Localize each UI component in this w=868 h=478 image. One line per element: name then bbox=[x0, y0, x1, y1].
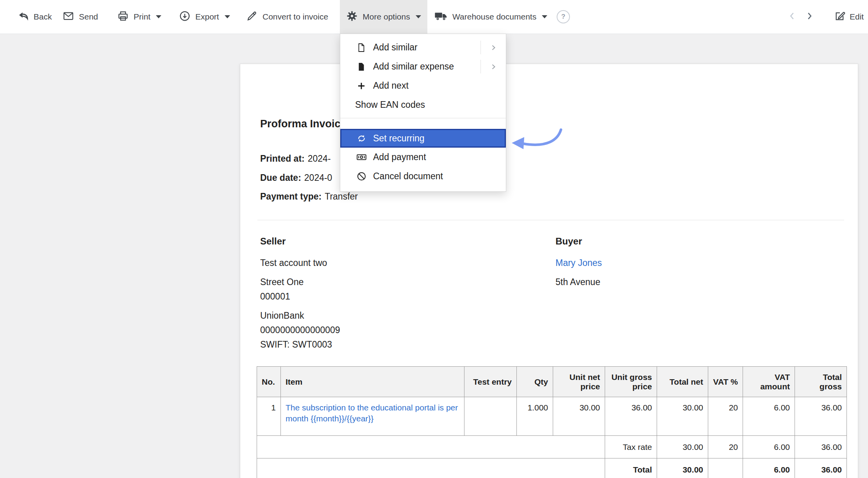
divider bbox=[257, 220, 844, 220]
buyer-street: 5th Avenue bbox=[555, 277, 600, 287]
cell-no: 1 bbox=[257, 397, 281, 436]
more-options-button[interactable]: More options bbox=[340, 0, 427, 34]
printer-icon bbox=[117, 10, 129, 24]
print-button[interactable]: Print bbox=[117, 0, 161, 34]
seller-swift: SWIFT: SWT0003 bbox=[260, 339, 332, 350]
cell-item: The subscription to the educational port… bbox=[281, 397, 464, 436]
edit-button[interactable]: Edit bbox=[834, 0, 864, 34]
submenu-chevron-right-icon bbox=[480, 41, 506, 54]
buyer-link[interactable]: Mary Jones bbox=[555, 258, 602, 268]
convert-to-invoice-button[interactable]: Convert to invoice bbox=[246, 0, 328, 34]
export-button[interactable]: Export bbox=[179, 0, 230, 34]
back-label: Back bbox=[34, 12, 52, 21]
cell-qty: 1.000 bbox=[517, 397, 553, 436]
cell-vat-amount: 6.00 bbox=[743, 397, 795, 436]
cell-total-net: 30.00 bbox=[657, 397, 708, 436]
tax-rate-vat-amount: 6.00 bbox=[743, 436, 795, 458]
help-icon: ? bbox=[557, 10, 570, 23]
seller-account-number: 0000000000000009 bbox=[260, 325, 340, 335]
payment-type-label: Payment type: bbox=[260, 191, 321, 202]
seller-street: Street One bbox=[260, 277, 304, 287]
invoice-document: Proforma Invoice Printed at:2024- Due da… bbox=[240, 64, 858, 478]
menu-item-add-next[interactable]: Add next bbox=[340, 76, 506, 95]
menu-item-set-recurring[interactable]: Set recurring bbox=[340, 129, 506, 148]
tax-rate-total-net: 30.00 bbox=[657, 436, 708, 458]
back-icon bbox=[17, 10, 29, 24]
buyer-heading: Buyer bbox=[555, 236, 582, 247]
col-header-test-entry: Test entry bbox=[464, 367, 517, 397]
download-circle-icon bbox=[179, 10, 191, 24]
printed-at-label: Printed at: bbox=[260, 153, 305, 164]
submenu-chevron-right-icon bbox=[480, 60, 506, 73]
menu-item-label: Set recurring bbox=[373, 133, 425, 144]
prev-page-button[interactable] bbox=[787, 11, 797, 23]
menu-item-cancel-document[interactable]: Cancel document bbox=[340, 167, 506, 186]
item-link[interactable]: The subscription to the educational port… bbox=[286, 403, 458, 423]
warehouse-label: Warehouse documents bbox=[452, 12, 536, 21]
more-options-label: More options bbox=[363, 12, 410, 21]
document-filled-icon bbox=[355, 62, 368, 72]
pen-icon bbox=[246, 10, 258, 24]
cell-total-gross: 36.00 bbox=[795, 397, 847, 436]
printed-at-line: Printed at:2024- bbox=[260, 153, 331, 164]
col-header-unit-gross-price: Unit gross price bbox=[605, 367, 657, 397]
menu-item-label: Add payment bbox=[373, 152, 426, 162]
plus-icon bbox=[355, 81, 368, 91]
table-row: 1 The subscription to the educational po… bbox=[257, 397, 847, 436]
menu-item-label: Add similar bbox=[373, 42, 418, 53]
col-header-qty: Qty bbox=[517, 367, 553, 397]
invoice-items-table: No. Item Test entry Qty Unit net price U… bbox=[257, 366, 847, 478]
menu-divider bbox=[340, 118, 506, 118]
menu-item-add-payment[interactable]: Add payment bbox=[340, 148, 506, 167]
chevron-down-icon bbox=[156, 15, 161, 18]
next-page-button[interactable] bbox=[804, 11, 814, 23]
menu-item-add-similar-expense[interactable]: Add similar expense bbox=[340, 57, 506, 76]
tax-rate-label: Tax rate bbox=[605, 436, 657, 458]
chevron-down-icon bbox=[225, 15, 230, 18]
total-row: Total 30.00 6.00 36.00 bbox=[257, 458, 847, 478]
payment-type-value: Transfer bbox=[325, 191, 358, 202]
spacer-cell bbox=[257, 458, 605, 478]
back-button[interactable]: Back bbox=[17, 0, 52, 34]
spacer-cell bbox=[257, 436, 605, 458]
due-date-value: 2024-0 bbox=[304, 173, 332, 183]
cell-test-entry bbox=[464, 397, 517, 436]
tax-rate-total-gross: 36.00 bbox=[795, 436, 847, 458]
cell-vat-percent: 20 bbox=[708, 397, 743, 436]
due-date-label: Due date: bbox=[260, 173, 301, 183]
chevron-down-icon bbox=[416, 15, 421, 18]
total-vat-percent bbox=[708, 458, 743, 478]
warehouse-documents-button[interactable]: Warehouse documents bbox=[434, 0, 547, 34]
total-total-net: 30.00 bbox=[657, 458, 708, 478]
envelope-icon bbox=[63, 10, 74, 24]
convert-label: Convert to invoice bbox=[263, 12, 328, 21]
seller-bank-name: UnionBank bbox=[260, 310, 304, 321]
export-label: Export bbox=[195, 12, 219, 21]
menu-item-add-similar[interactable]: Add similar bbox=[340, 38, 506, 57]
chevron-down-icon bbox=[542, 15, 547, 18]
cancel-icon bbox=[355, 171, 368, 182]
edit-label: Edit bbox=[850, 12, 864, 21]
refresh-icon bbox=[355, 133, 368, 144]
col-header-vat-percent: VAT % bbox=[708, 367, 743, 397]
document-outline-icon bbox=[355, 43, 368, 53]
menu-item-label: Show EAN codes bbox=[355, 100, 425, 110]
banknote-icon bbox=[355, 152, 368, 162]
help-button[interactable]: ? bbox=[557, 0, 570, 34]
seller-name: Test account two bbox=[260, 258, 327, 268]
more-options-menu: Add similar Add similar expense Add next bbox=[340, 34, 506, 192]
payment-type-line: Payment type:Transfer bbox=[260, 191, 358, 202]
total-label: Total bbox=[605, 458, 657, 478]
menu-item-label: Add next bbox=[373, 80, 409, 91]
menu-item-show-ean-codes[interactable]: Show EAN codes bbox=[340, 95, 506, 114]
send-button[interactable]: Send bbox=[63, 0, 98, 34]
menu-item-label: Cancel document bbox=[373, 171, 443, 182]
col-header-item: Item bbox=[281, 367, 464, 397]
send-label: Send bbox=[79, 12, 98, 21]
gear-icon bbox=[346, 10, 358, 24]
col-header-unit-net-price: Unit net price bbox=[553, 367, 605, 397]
menu-item-label: Add similar expense bbox=[373, 61, 454, 72]
col-header-vat-amount: VAT amount bbox=[743, 367, 795, 397]
tax-rate-vat-percent: 20 bbox=[708, 436, 743, 458]
print-label: Print bbox=[134, 12, 150, 21]
